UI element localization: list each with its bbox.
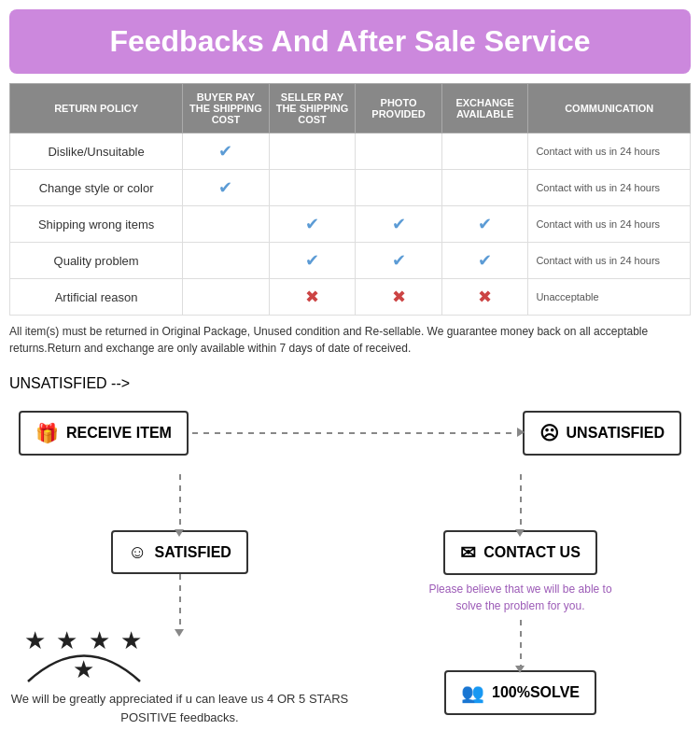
seller-pay-cell: ✔ (269, 243, 356, 279)
arrow-down-right2 (520, 620, 522, 667)
page-title: Feedbacks And After Sale Service (19, 24, 681, 59)
seller-pay-cell: ✔ (269, 206, 356, 243)
header-banner: Feedbacks And After Sale Service (9, 9, 691, 74)
sad-icon: ☹ (539, 422, 559, 444)
check-icon: ✔ (305, 215, 319, 233)
solve-label: 100%SOLVE (492, 684, 580, 701)
stars-arc: ★ ★ ★ ★ ★ (9, 639, 159, 686)
dashed-arrow-down-right2 (520, 620, 522, 667)
check-icon: ✔ (478, 215, 492, 233)
cross-icon: ✖ (305, 288, 319, 306)
arrow-right-connector (192, 432, 519, 434)
buyer-pay-cell (183, 243, 270, 279)
gift-icon: 🎁 (35, 422, 59, 444)
dashed-arrow-down-left2 (179, 574, 181, 630)
exchange-cell (441, 133, 528, 170)
flow-left-col: ☺ SATISFIED ★ ★ ★ ★ ★ We (9, 474, 350, 726)
flow-top-row: 🎁 RECEIVE ITEM ☹ UNSATISFIED (9, 411, 691, 456)
smile-icon: ☺ (128, 541, 147, 563)
contact-note: Please believe that we will be able to s… (427, 581, 614, 614)
policy-label: Artificial reason (10, 279, 183, 316)
check-icon: ✔ (478, 251, 492, 270)
unsatisfied-label: UNSATISFIED (567, 425, 665, 442)
arrow-down-left2 (179, 574, 181, 630)
seller-pay-cell (269, 133, 356, 170)
receive-item-label: RECEIVE ITEM (66, 425, 172, 442)
mail-icon: ✉ (460, 541, 476, 564)
exchange-cell: ✖ (441, 279, 528, 316)
policy-label: Change style or color (10, 170, 183, 206)
policy-label: Quality problem (10, 243, 183, 279)
table-row: Quality problem ✔ ✔ ✔ Contact with us in… (10, 243, 691, 279)
solve-box: 👥 100%SOLVE (444, 670, 596, 715)
photo-cell: ✖ (356, 279, 442, 316)
col-seller-pay: SELLER PAY THE SHIPPING COST (269, 84, 356, 133)
exchange-cell (441, 170, 528, 206)
dashed-arrow-down-left (179, 474, 181, 530)
cross-icon: ✖ (478, 288, 492, 306)
photo-cell (356, 133, 442, 170)
policy-note: All item(s) must be returned in Original… (9, 323, 691, 357)
buyer-pay-cell: ✔ (183, 133, 270, 170)
comm-cell: Contact with us in 24 hours (528, 206, 691, 243)
comm-cell: Unacceptable (528, 279, 691, 316)
photo-cell: ✔ (356, 243, 442, 279)
unsatisfied-box: ☹ UNSATISFIED (523, 411, 681, 456)
policy-table-section: RETURN POLICY BUYER PAY THE SHIPPING COS… (9, 83, 691, 316)
receive-item-box: 🎁 RECEIVE ITEM (19, 411, 189, 456)
table-row: Shipping wrong items ✔ ✔ ✔ Contact with … (10, 206, 691, 243)
col-photo: PHOTO PROVIDED (356, 84, 442, 133)
col-return-policy: RETURN POLICY (10, 84, 183, 133)
flow-diagram: UNSATISFIED --> 🎁 RECEIVE ITEM ☹ UNSATIS… (9, 375, 691, 726)
stars-section: ★ ★ ★ ★ ★ We will be greatly appreciated… (9, 639, 350, 726)
policy-label: Dislike/Unsuitable (10, 133, 183, 170)
buyer-pay-cell (183, 206, 270, 243)
photo-cell (356, 170, 442, 206)
comm-cell: Contact with us in 24 hours (528, 170, 691, 206)
check-icon: ✔ (392, 215, 406, 233)
table-row: Change style or color ✔ Contact with us … (10, 170, 691, 206)
col-communication: COMMUNICATION (528, 84, 691, 133)
contact-us-box: ✉ CONTACT US (443, 530, 597, 575)
policy-label: Shipping wrong items (10, 206, 183, 243)
stars-row: ★ ★ ★ ★ ★ (9, 626, 159, 684)
people-icon: 👥 (461, 681, 484, 704)
seller-pay-cell (269, 170, 356, 206)
table-row: Dislike/Unsuitable ✔ Contact with us in … (10, 133, 691, 170)
buyer-pay-cell: ✔ (183, 170, 270, 206)
stars-caption: We will be greatly appreciated if u can … (9, 690, 350, 726)
table-row: Artificial reason ✖ ✖ ✖ Unacceptable (10, 279, 691, 316)
arrow-down-left (179, 474, 181, 530)
satisfied-label: SATISFIED (155, 544, 231, 561)
check-icon: ✔ (392, 251, 406, 270)
flow-two-col: ☺ SATISFIED ★ ★ ★ ★ ★ We (9, 474, 691, 726)
arrow-down-right (520, 474, 522, 530)
dashed-arrow-down-right (520, 474, 522, 530)
contact-us-label: CONTACT US (483, 544, 581, 561)
col-buyer-pay: BUYER PAY THE SHIPPING COST (183, 84, 270, 133)
col-exchange: EXCHANGE AVAILABLE (441, 84, 528, 133)
photo-cell: ✔ (356, 206, 442, 243)
check-icon: ✔ (305, 251, 319, 270)
satisfied-box: ☺ SATISFIED (111, 530, 248, 574)
cross-icon: ✖ (392, 288, 406, 306)
policy-table: RETURN POLICY BUYER PAY THE SHIPPING COS… (9, 83, 691, 316)
buyer-pay-cell (183, 279, 270, 316)
dashed-arrow-right (192, 432, 519, 434)
seller-pay-cell: ✖ (269, 279, 356, 316)
check-icon: ✔ (218, 178, 232, 197)
flow-right-col: ✉ CONTACT US Please believe that we will… (350, 474, 691, 726)
comm-cell: Contact with us in 24 hours (528, 133, 691, 170)
comm-cell: Contact with us in 24 hours (528, 243, 691, 279)
exchange-cell: ✔ (441, 243, 528, 279)
check-icon: ✔ (218, 142, 232, 161)
exchange-cell: ✔ (441, 206, 528, 243)
